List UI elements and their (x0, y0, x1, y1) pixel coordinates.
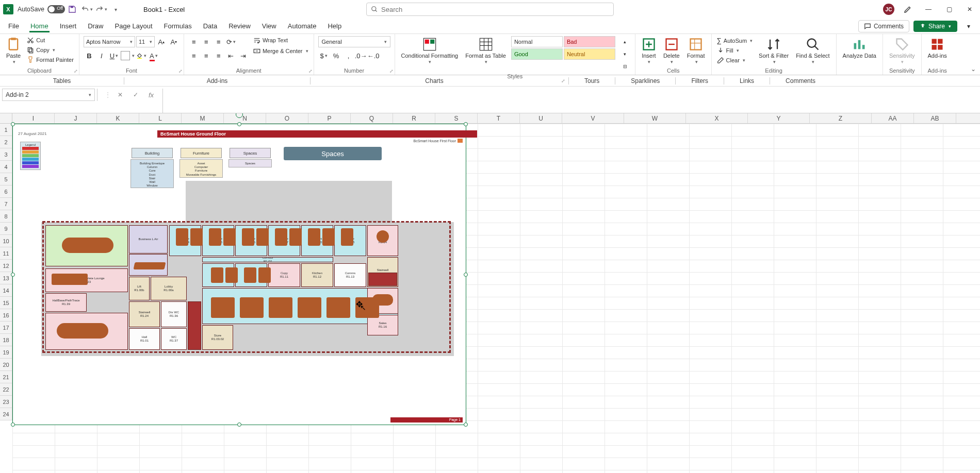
tab-formulas[interactable]: Formulas (159, 20, 197, 32)
fp-spaces-badge[interactable]: Spaces (284, 147, 382, 160)
fp-tab-spaces[interactable]: Spaces (230, 148, 271, 158)
conditional-formatting-button[interactable]: Conditional Formatting▾ (399, 36, 461, 66)
fx-icon[interactable]: fx (145, 89, 157, 101)
fb-more-icon[interactable]: ⋮ (105, 91, 111, 98)
col-header[interactable]: U (520, 113, 562, 123)
row-header[interactable]: 3 (0, 148, 12, 161)
resize-handle-ne[interactable] (464, 122, 468, 126)
paste-button[interactable]: Paste▾ (4, 36, 23, 66)
orientation-icon[interactable]: ⟳▾ (225, 36, 237, 47)
accounting-format-icon[interactable]: $▾ (318, 50, 330, 61)
col-header[interactable]: S (435, 113, 478, 123)
ctx-links[interactable]: Links (724, 77, 770, 85)
insert-cells-button[interactable]: Insert▾ (640, 36, 658, 66)
col-header[interactable]: AA (872, 113, 914, 123)
increase-font-icon[interactable]: A▴ (156, 36, 167, 47)
search-input[interactable] (381, 6, 609, 13)
fill-button[interactable]: Fill▾ (716, 46, 754, 55)
row-header[interactable]: 11 (0, 247, 12, 260)
col-header[interactable]: T (478, 113, 520, 123)
col-header[interactable]: P (308, 113, 351, 123)
increase-decimal-icon[interactable]: .0→ (355, 50, 367, 61)
italic-button[interactable]: I (96, 50, 107, 61)
clear-button[interactable]: Clear▾ (716, 56, 754, 64)
row-header[interactable]: 10 (0, 235, 12, 247)
clipboard-launcher-icon[interactable]: ⤢ (74, 69, 78, 74)
sensitivity-button[interactable]: Sensitivity▾ (887, 36, 917, 66)
resize-handle-w[interactable] (11, 273, 15, 277)
ribbon-options-icon[interactable]: ▾ (961, 19, 976, 33)
col-header[interactable]: O (266, 113, 308, 123)
row-header[interactable]: 9 (0, 223, 12, 235)
col-header[interactable]: Q (351, 113, 393, 123)
row-header[interactable]: 19 (0, 346, 12, 359)
col-header[interactable]: Z (810, 113, 872, 123)
resize-handle-e[interactable] (464, 273, 468, 277)
decrease-font-icon[interactable]: A▾ (168, 36, 179, 47)
row-header[interactable]: 2 (0, 136, 12, 148)
tab-automate[interactable]: Automate (283, 20, 322, 32)
font-name-select[interactable]: Aptos Narrow▾ (84, 36, 135, 47)
percent-format-icon[interactable]: % (331, 50, 342, 61)
resize-handle-nw[interactable] (11, 122, 15, 126)
decrease-indent-icon[interactable]: ⇤ (225, 50, 237, 61)
row-header[interactable]: 12 (0, 260, 12, 272)
row-header[interactable]: 5 (0, 173, 12, 185)
row-header[interactable]: 15 (0, 297, 12, 309)
resize-handle-n[interactable] (237, 122, 241, 126)
maximize-icon[interactable]: ▢ (942, 2, 956, 16)
row-header[interactable]: 4 (0, 161, 12, 173)
ctx-filters[interactable]: Filters (676, 77, 724, 85)
col-header[interactable]: V (562, 113, 624, 123)
decrease-decimal-icon[interactable]: ←.0 (368, 50, 379, 61)
sort-filter-button[interactable]: Sort & Filter▾ (757, 36, 791, 66)
col-header[interactable]: M (182, 113, 224, 123)
row-header[interactable]: 23 (0, 396, 12, 408)
tab-review[interactable]: Review (223, 20, 256, 32)
row-header[interactable]: 13 (0, 272, 12, 284)
col-header[interactable]: I (12, 113, 55, 123)
col-header[interactable]: X (686, 113, 748, 123)
copy-button[interactable]: Copy▾ (26, 46, 75, 54)
row-header[interactable]: 24 (0, 408, 12, 420)
select-all-corner[interactable] (0, 113, 12, 124)
confirm-entry-icon[interactable]: ✓ (129, 89, 142, 101)
ctx-tables[interactable]: Tables (0, 77, 124, 85)
embedded-object-floorplan[interactable]: 27 August 2021 BcSmart House Ground Floo… (12, 124, 466, 425)
borders-button[interactable] (121, 51, 130, 60)
avatar[interactable]: JC (883, 4, 894, 15)
increase-indent-icon[interactable]: ⇥ (238, 50, 249, 61)
ctx-charts[interactable]: Charts (311, 77, 558, 85)
tab-data[interactable]: Data (198, 20, 222, 32)
style-normal[interactable]: Normal (511, 36, 563, 47)
tab-page-layout[interactable]: Page Layout (110, 20, 158, 32)
resize-handle-sw[interactable] (11, 423, 15, 427)
align-top-icon[interactable]: ≡ (188, 36, 200, 47)
fill-color-button[interactable]: ▾ (136, 50, 147, 61)
ctx-comments[interactable]: Comments (770, 77, 831, 85)
cut-button[interactable]: Cut (26, 36, 75, 44)
align-left-icon[interactable]: ≡ (188, 50, 200, 61)
style-neutral[interactable]: Neutral (564, 48, 615, 60)
tab-file[interactable]: File (3, 20, 24, 32)
styles-scroll-up-icon[interactable]: ▴ (619, 36, 631, 47)
ribbon-collapse-icon[interactable]: ⌄ (971, 65, 976, 73)
format-as-table-button[interactable]: Format as Table▾ (463, 36, 508, 66)
bold-button[interactable]: B (84, 50, 95, 61)
resize-handle-se[interactable] (464, 423, 468, 427)
save-icon[interactable] (66, 3, 78, 15)
row-header[interactable]: 6 (0, 185, 12, 198)
row-header[interactable]: 21 (0, 371, 12, 383)
ctx-addins[interactable]: Add-ins (124, 77, 310, 85)
merge-center-button[interactable]: Merge & Center▾ (252, 47, 309, 55)
search-box[interactable] (366, 3, 614, 16)
comma-format-icon[interactable]: , (343, 50, 354, 61)
row-header[interactable]: 7 (0, 198, 12, 210)
analyze-data-button[interactable]: Analyze Data (841, 36, 878, 60)
close-icon[interactable]: ✕ (962, 2, 977, 16)
cancel-entry-icon[interactable]: ✕ (114, 89, 126, 101)
row-header[interactable]: 17 (0, 322, 12, 334)
number-format-select[interactable]: General▾ (318, 36, 390, 47)
format-painter-button[interactable]: Format Painter (26, 56, 75, 64)
tab-home[interactable]: Home (25, 20, 54, 32)
